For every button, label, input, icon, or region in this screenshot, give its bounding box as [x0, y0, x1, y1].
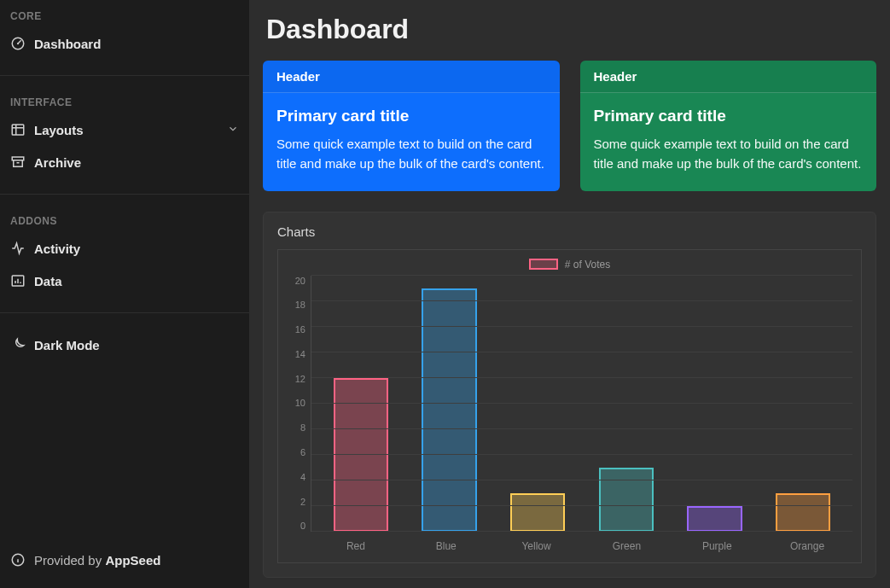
bar-chart-icon	[10, 273, 26, 288]
y-tick: 14	[295, 349, 305, 359]
legend-label: # of Votes	[565, 259, 610, 271]
sidebar-item-archive[interactable]: Archive	[0, 146, 249, 178]
svg-rect-2	[12, 125, 24, 135]
bar-slot	[759, 276, 847, 532]
bar-green	[599, 468, 654, 532]
chart-plot: 20181614121086420	[287, 276, 852, 532]
card-header: Header	[580, 61, 877, 93]
card-title: Primary card title	[276, 107, 546, 125]
chart: # of Votes 20181614121086420 RedBlueYell…	[277, 249, 862, 563]
x-tick: Green	[581, 540, 672, 552]
divider	[0, 312, 249, 313]
divider	[0, 194, 249, 195]
x-tick: Blue	[401, 540, 492, 552]
gridline	[311, 326, 852, 327]
y-tick: 6	[300, 447, 305, 457]
gridline	[311, 454, 852, 455]
sidebar-item-layouts[interactable]: Layouts	[0, 114, 249, 146]
footer-prefix: Provided by	[34, 553, 105, 568]
section-label-addons: ADDONS	[0, 210, 249, 232]
y-tick: 20	[295, 276, 305, 286]
y-tick: 10	[295, 398, 305, 408]
gridline	[311, 505, 852, 506]
chart-x-axis: RedBlueYellowGreenPurpleOrange	[311, 532, 852, 552]
chart-grid	[311, 276, 852, 532]
bar-slot	[493, 276, 582, 532]
x-tick: Yellow	[492, 540, 582, 552]
x-tick: Purple	[672, 540, 762, 552]
gridline	[311, 531, 852, 532]
card-success: Header Primary card title Some quick exa…	[580, 61, 877, 191]
dark-mode-label: Dark Mode	[34, 338, 239, 352]
info-icon	[10, 552, 26, 568]
card-primary: Header Primary card title Some quick exa…	[263, 61, 560, 191]
sidebar-item-label: Dashboard	[34, 37, 239, 51]
sidebar-item-activity[interactable]: Activity	[0, 232, 249, 265]
chart-bars	[311, 276, 852, 532]
y-tick: 16	[295, 324, 305, 335]
card-body: Primary card title Some quick example te…	[580, 93, 877, 191]
bar-slot	[671, 276, 759, 532]
y-tick: 2	[300, 497, 305, 507]
x-tick: Red	[311, 540, 401, 552]
cards-row: Header Primary card title Some quick exa…	[263, 61, 876, 191]
card-body: Primary card title Some quick example te…	[263, 93, 560, 191]
activity-icon	[10, 241, 26, 256]
bar-yellow	[510, 493, 565, 532]
chart-legend: # of Votes	[287, 259, 852, 271]
dark-mode-toggle[interactable]: Dark Mode	[0, 329, 249, 361]
gridline	[311, 352, 852, 352]
bar-slot	[405, 276, 494, 532]
sidebar-item-label: Archive	[34, 155, 239, 170]
card-text: Some quick example text to build on the …	[594, 134, 864, 174]
section-label-core: CORE	[0, 5, 249, 27]
footer-brand: AppSeed	[105, 553, 160, 568]
footer-attribution: Provided by AppSeed	[0, 537, 249, 588]
chevron-down-icon	[227, 123, 239, 137]
divider	[0, 75, 249, 76]
gridline	[311, 300, 852, 301]
bar-slot	[582, 276, 671, 532]
gridline	[311, 403, 852, 404]
page-title: Dashboard	[263, 0, 876, 61]
y-tick: 8	[300, 422, 305, 433]
card-title: Primary card title	[594, 107, 864, 125]
y-tick: 0	[300, 521, 305, 531]
bar-slot	[317, 276, 405, 532]
sidebar-item-label: Activity	[34, 242, 239, 256]
svg-point-1	[17, 43, 19, 44]
bar-purple	[687, 506, 742, 532]
y-tick: 4	[300, 472, 305, 482]
svg-rect-3	[12, 157, 24, 160]
y-tick: 12	[295, 374, 305, 384]
bar-red	[334, 378, 388, 532]
x-tick: Orange	[762, 540, 852, 552]
main: Dashboard Header Primary card title Some…	[249, 0, 890, 588]
bar-orange	[776, 493, 830, 532]
gridline	[311, 377, 852, 378]
gauge-icon	[10, 36, 26, 51]
sidebar-item-dashboard[interactable]: Dashboard	[0, 27, 249, 60]
archive-icon	[10, 154, 26, 170]
bar-blue	[422, 288, 476, 532]
sidebar: CORE Dashboard INTERFACE Layouts Archive…	[0, 0, 249, 588]
gridline	[311, 275, 852, 276]
section-label-interface: INTERFACE	[0, 91, 249, 114]
card-text: Some quick example text to build on the …	[276, 134, 546, 174]
moon-icon	[10, 337, 26, 352]
sidebar-item-data[interactable]: Data	[0, 265, 249, 297]
y-tick: 18	[295, 300, 305, 310]
chart-y-axis: 20181614121086420	[287, 276, 311, 532]
columns-icon	[10, 122, 26, 137]
legend-swatch	[529, 259, 558, 270]
card-header: Header	[263, 61, 560, 93]
sidebar-item-label: Data	[34, 274, 239, 288]
chart-panel: Charts # of Votes 20181614121086420 RedB…	[263, 212, 876, 578]
footer-text: Provided by AppSeed	[34, 553, 160, 568]
gridline	[311, 428, 852, 429]
sidebar-item-label: Layouts	[34, 123, 218, 137]
chart-panel-title: Charts	[277, 224, 862, 239]
gridline	[311, 480, 852, 480]
